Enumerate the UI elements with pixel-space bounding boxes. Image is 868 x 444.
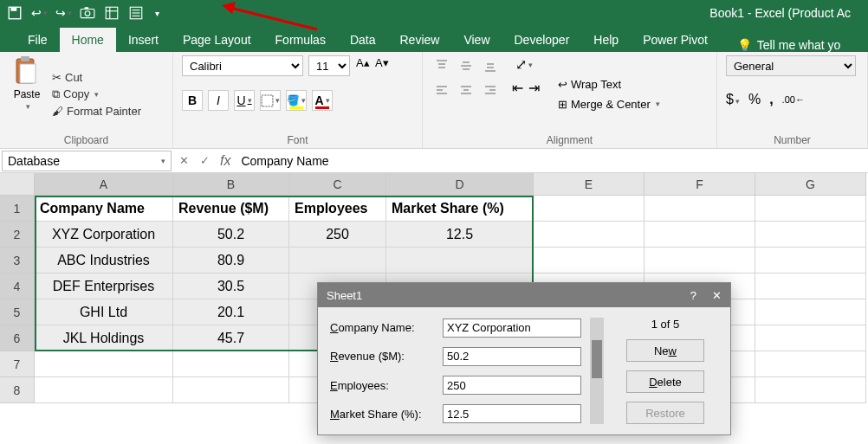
cell[interactable] xyxy=(755,196,866,222)
accounting-format-button[interactable]: $▾ xyxy=(726,92,740,107)
cell[interactable] xyxy=(755,273,866,299)
form-input-market[interactable] xyxy=(443,404,581,423)
col-header[interactable]: E xyxy=(534,173,645,196)
orientation-button[interactable]: ⤢▾ xyxy=(511,55,537,74)
col-header[interactable]: B xyxy=(173,173,289,196)
cell[interactable]: GHI Ltd xyxy=(35,299,173,325)
row-header[interactable]: 8 xyxy=(0,377,35,403)
form-input-revenue[interactable] xyxy=(443,347,581,366)
cell[interactable]: DEF Enterprises xyxy=(35,273,173,299)
italic-button[interactable]: I xyxy=(208,90,229,111)
help-button[interactable]: ? xyxy=(690,289,696,302)
cell[interactable]: Employees xyxy=(289,196,386,222)
comma-format-button[interactable]: , xyxy=(769,92,773,107)
qat-customize-dropdown[interactable]: ▾ xyxy=(152,5,161,21)
cell[interactable]: Company Name xyxy=(35,196,173,222)
align-left-button[interactable] xyxy=(431,80,452,100)
cell[interactable] xyxy=(645,248,755,273)
tab-formulas[interactable]: Formulas xyxy=(263,28,338,52)
cell[interactable] xyxy=(755,222,866,248)
row-header[interactable]: 7 xyxy=(0,351,35,377)
cell[interactable]: XYZ Corporation xyxy=(35,222,173,248)
tell-me-search[interactable]: 💡 Tell me what yo xyxy=(737,38,840,52)
col-header[interactable]: C xyxy=(289,173,386,196)
cell[interactable] xyxy=(755,377,866,403)
tab-review[interactable]: Review xyxy=(388,28,452,52)
cell[interactable] xyxy=(645,222,755,248)
bold-button[interactable]: B xyxy=(182,90,203,111)
paste-button[interactable]: Paste ▾ xyxy=(9,55,45,132)
form-delete-button[interactable]: Delete xyxy=(626,370,704,393)
row-header[interactable]: 1 xyxy=(0,196,35,222)
form-input-company[interactable] xyxy=(443,319,581,338)
copy-button[interactable]: ⧉Copy▾ xyxy=(52,87,141,101)
increase-decimal-button[interactable]: .00← xyxy=(782,94,805,105)
align-middle-button[interactable] xyxy=(456,55,476,76)
col-header[interactable]: A xyxy=(35,173,173,196)
row-header[interactable]: 2 xyxy=(0,222,35,248)
cell[interactable] xyxy=(35,351,173,377)
form-restore-button[interactable]: Restore xyxy=(626,402,704,424)
cell[interactable]: Market Share (%) xyxy=(386,196,534,222)
pivot-icon[interactable] xyxy=(104,5,120,21)
cell[interactable] xyxy=(534,196,645,222)
redo-icon[interactable]: ↪▾ xyxy=(55,5,71,21)
formula-bar[interactable] xyxy=(236,154,868,168)
tab-insert[interactable]: Insert xyxy=(116,28,171,52)
close-icon[interactable]: ✕ xyxy=(712,289,722,302)
decrease-font-button[interactable]: A▾ xyxy=(374,55,392,76)
name-box-input[interactable] xyxy=(8,154,138,168)
font-color-button[interactable]: A▾ xyxy=(312,90,333,111)
form-scrollbar[interactable] xyxy=(590,318,604,424)
fx-icon[interactable]: fx xyxy=(220,153,230,169)
select-all-corner[interactable] xyxy=(0,173,35,196)
percent-format-button[interactable]: % xyxy=(748,92,761,107)
undo-icon[interactable]: ↩▾ xyxy=(31,5,47,21)
tab-data[interactable]: Data xyxy=(338,28,388,52)
cell[interactable] xyxy=(755,351,866,377)
cell[interactable] xyxy=(35,377,173,403)
tab-power-pivot[interactable]: Power Pivot xyxy=(631,28,720,52)
underline-button[interactable]: U▾ xyxy=(234,90,255,111)
cell[interactable]: 50.2 xyxy=(173,222,289,248)
cell[interactable] xyxy=(173,351,289,377)
format-painter-button[interactable]: 🖌Format Painter xyxy=(52,105,141,118)
align-center-button[interactable] xyxy=(456,80,476,100)
merge-center-button[interactable]: ⊞Merge & Center▾ xyxy=(558,98,660,111)
camera-icon[interactable] xyxy=(80,5,95,21)
cancel-formula-button[interactable]: ✕ xyxy=(173,151,194,171)
tab-help[interactable]: Help xyxy=(581,28,631,52)
cell[interactable] xyxy=(289,248,386,273)
row-header[interactable]: 6 xyxy=(0,325,35,351)
cell[interactable] xyxy=(755,299,866,325)
increase-indent-button[interactable]: ⇥ xyxy=(528,79,541,97)
decrease-indent-button[interactable]: ⇤ xyxy=(511,79,524,97)
tab-file[interactable]: File xyxy=(16,28,60,52)
tab-developer[interactable]: Developer xyxy=(502,28,582,52)
row-header[interactable]: 4 xyxy=(0,273,35,299)
fill-color-button[interactable]: 🪣▾ xyxy=(286,90,307,111)
col-header[interactable]: F xyxy=(645,173,755,196)
increase-font-button[interactable]: A▴ xyxy=(355,55,372,76)
col-header[interactable]: D xyxy=(386,173,534,196)
font-size-select[interactable]: 11 xyxy=(308,55,350,76)
number-format-select[interactable]: General xyxy=(726,55,856,76)
wrap-text-button[interactable]: ↩Wrap Text xyxy=(558,78,660,91)
form-icon[interactable] xyxy=(128,5,144,21)
align-top-button[interactable] xyxy=(431,55,452,76)
cell[interactable]: JKL Holdings xyxy=(35,325,173,351)
cell[interactable]: Revenue ($M) xyxy=(173,196,289,222)
col-header[interactable]: G xyxy=(755,173,866,196)
cell[interactable]: ABC Industries xyxy=(35,248,173,273)
cell[interactable] xyxy=(755,325,866,351)
cell[interactable]: 12.5 xyxy=(386,222,534,248)
cell[interactable]: 45.7 xyxy=(173,325,289,351)
row-header[interactable]: 3 xyxy=(0,248,35,273)
cell[interactable] xyxy=(645,196,755,222)
form-new-button[interactable]: New xyxy=(626,339,704,362)
name-box-dropdown[interactable]: ▾ xyxy=(161,157,165,165)
form-input-employees[interactable] xyxy=(443,376,581,395)
name-box[interactable]: ▾ xyxy=(2,151,172,171)
cell[interactable] xyxy=(534,248,645,273)
tab-home[interactable]: Home xyxy=(60,28,116,52)
